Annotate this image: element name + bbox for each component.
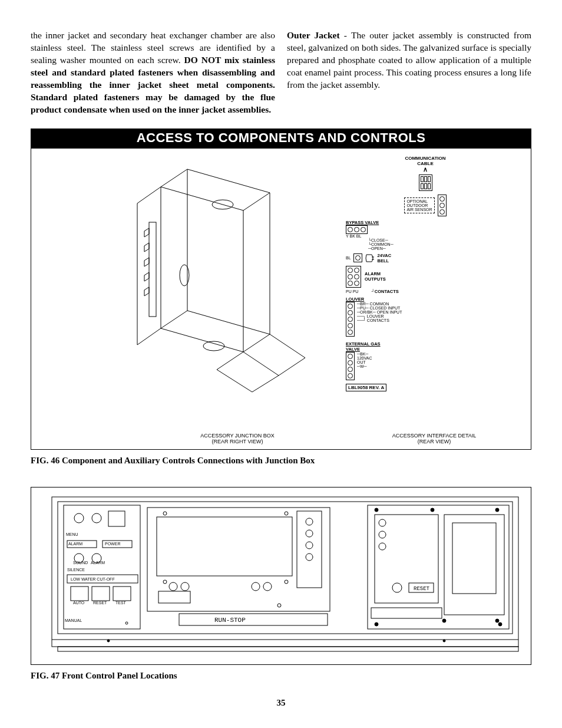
label-comm-cable: COMMUNICATIONCABLE∧ — [346, 156, 505, 173]
svg-rect-24 — [157, 517, 292, 576]
louver-terms: ─BR─ COMMON ─PU─ CLOSED INPUT ─OR/BK─ OP… — [357, 302, 402, 337]
figure-47-caption: FIG. 47 Front Control Panel Locations — [31, 671, 531, 681]
extgas-terms: ─BK─ 120VACOUT ─W─ — [357, 352, 372, 380]
svg-rect-23 — [147, 508, 330, 611]
svg-point-11 — [74, 513, 84, 523]
optional-sensor-row: OPTIONALOUTDOORAIR SENSOR — [346, 195, 505, 216]
svg-point-26 — [285, 512, 288, 515]
label-bell: 24VACBELL — [378, 253, 392, 263]
label-bypass: BYPASS VALVE — [346, 220, 505, 225]
bypass-wires: Y BK BL — [346, 234, 505, 238]
page-number: 35 — [0, 698, 562, 708]
left-column: the inner jacket and secondary heat exch… — [31, 29, 275, 116]
fig46-sub-left-l1: ACCESSORY JUNCTION BOX — [200, 433, 275, 439]
bypass-terms: └CLOSE─└COMMON──OPEN─ — [368, 238, 505, 251]
junction-box-isometric — [90, 157, 326, 429]
svg-point-39 — [306, 542, 313, 549]
svg-point-37 — [306, 518, 313, 525]
svg-point-8 — [443, 640, 445, 642]
svg-point-51 — [392, 583, 402, 592]
figure-47-frame: ALARM POWER SOUND ALARM MENU SILENCE LOW… — [31, 487, 531, 665]
svg-rect-10 — [64, 505, 140, 629]
front-panel-drawing: ALARM POWER SOUND ALARM MENU SILENCE LOW… — [31, 487, 531, 664]
svg-point-42 — [375, 508, 378, 512]
svg-rect-13 — [108, 511, 125, 526]
label-alarm: ALARMOUTPUTS — [365, 271, 386, 282]
label-sound: SOUND — [73, 561, 88, 565]
svg-rect-33 — [158, 591, 190, 603]
svg-point-2 — [203, 341, 224, 351]
svg-rect-53 — [371, 608, 442, 618]
label-silence: SILENCE — [67, 568, 85, 572]
fig46-sub-left-l2: (REAR RIGHT VIEW) — [212, 439, 263, 444]
label-manual: MANUAL — [65, 618, 82, 622]
svg-point-48 — [379, 519, 386, 526]
comm-connector — [346, 174, 505, 191]
svg-point-57 — [498, 622, 502, 626]
label-louver-contacts: LOUVER──┘ CONTACTS — [357, 314, 389, 322]
fig46-sub-right: ACCESSORY INTERFACE DETAIL (REAR VIEW) — [375, 433, 493, 444]
svg-rect-46 — [444, 515, 504, 615]
svg-point-32 — [263, 582, 272, 591]
svg-point-49 — [379, 531, 386, 538]
label-lwco: LOW WATER CUT-OFF — [71, 577, 115, 581]
svg-rect-47 — [452, 523, 496, 594]
svg-rect-3 — [149, 222, 156, 317]
contacts-row: PU PU ┘CONTACTS — [346, 289, 505, 294]
contacts-wires: PU PU — [346, 289, 358, 294]
louver-row: ─BR─ COMMON ─PU─ CLOSED INPUT ─OR/BK─ OP… — [346, 302, 505, 337]
bell-row: BL 24VACBELL — [346, 253, 505, 263]
svg-rect-19 — [71, 587, 88, 601]
svg-point-22 — [125, 622, 128, 624]
svg-rect-20 — [92, 587, 110, 601]
fig46-sub-right-l2: (REAR VIEW) — [418, 439, 451, 444]
label-power: POWER — [105, 542, 120, 546]
svg-point-34 — [277, 604, 281, 607]
fig46-sub-left: ACCESSORY JUNCTION BOX (REAR RIGHT VIEW) — [178, 433, 296, 444]
label-revision: LBL9058 REV. A — [346, 384, 386, 391]
svg-point-12 — [92, 513, 101, 523]
section-heading: ACCESS TO COMPONENTS AND CONTROLS — [31, 129, 531, 148]
figure-46-caption: FIG. 46 Component and Auxiliary Controls… — [31, 456, 531, 466]
label-reset-sm: RESET — [93, 601, 107, 605]
label-extgas: EXTERNAL GASVALVE — [346, 341, 505, 352]
interface-detail: COMMUNICATIONCABLE∧ OPTIONALOUTDOORAIR S… — [343, 152, 507, 434]
svg-rect-21 — [113, 587, 131, 601]
svg-point-1 — [180, 265, 189, 286]
document-page: the inner jacket and secondary heat exch… — [0, 0, 562, 728]
right-column: Outer Jacket - The outer jacket assembly… — [287, 29, 531, 116]
extgas-row: ─BK─ 120VACOUT ─W─ — [346, 352, 505, 380]
svg-point-43 — [431, 508, 434, 512]
bell-icon — [365, 253, 375, 263]
label-reset: RESET — [414, 586, 430, 592]
svg-point-38 — [306, 530, 313, 537]
svg-point-28 — [285, 580, 288, 584]
svg-point-30 — [181, 582, 189, 591]
label-test: TEST — [115, 601, 127, 605]
svg-point-25 — [163, 512, 167, 515]
label-alarm: ALARM — [68, 542, 82, 546]
svg-point-7 — [107, 640, 110, 642]
label-alarm2: ALARM — [91, 561, 105, 565]
svg-rect-4 — [52, 497, 518, 647]
bypass-row — [346, 225, 505, 234]
svg-point-55 — [495, 619, 499, 622]
alarm-row: ALARMOUTPUTS — [346, 266, 505, 288]
body-columns: the inner jacket and secondary heat exch… — [31, 29, 531, 116]
svg-point-27 — [163, 580, 167, 584]
svg-point-50 — [379, 543, 386, 550]
svg-rect-9 — [58, 647, 518, 651]
svg-point-44 — [495, 508, 499, 512]
label-louver: LOUVER — [346, 297, 505, 302]
svg-point-54 — [442, 619, 446, 622]
figure-46-frame: ACCESSORY JUNCTION BOX (REAR RIGHT VIEW)… — [31, 148, 531, 450]
svg-point-40 — [306, 554, 313, 561]
right-para-lead: Outer Jacket — [287, 30, 340, 40]
svg-rect-36 — [297, 511, 322, 588]
svg-point-31 — [252, 582, 260, 591]
label-optional-sensor: OPTIONALOUTDOORAIR SENSOR — [404, 197, 434, 213]
svg-point-56 — [375, 622, 378, 626]
label-auto: AUTO — [73, 601, 85, 605]
label-120vac: 120VACOUT — [357, 356, 372, 364]
label-runstop: RUN-STOP — [214, 617, 246, 624]
